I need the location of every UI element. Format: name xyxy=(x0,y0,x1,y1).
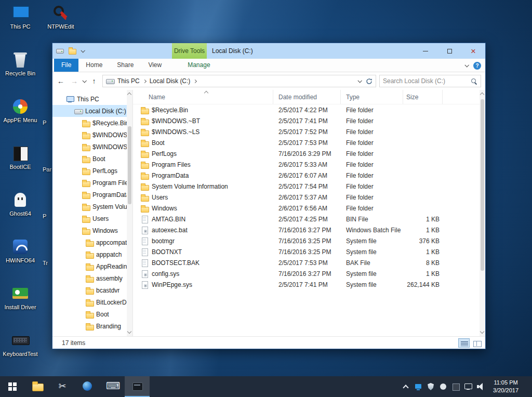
search-icon[interactable] xyxy=(470,77,477,85)
qat-chevron-down-icon[interactable] xyxy=(81,48,85,52)
address-dropdown-chevron-icon[interactable] xyxy=(357,78,362,83)
nav-scrollbar[interactable] xyxy=(127,90,132,336)
nav-tree-item[interactable]: apppatch xyxy=(52,248,132,260)
nav-tree-item[interactable]: ProgramData xyxy=(52,189,132,201)
ribbon-tab[interactable]: Home xyxy=(78,59,110,72)
nav-tree-item[interactable]: Windows xyxy=(52,224,132,236)
column-header[interactable]: Size xyxy=(403,90,443,104)
system-menu-drive-icon[interactable] xyxy=(56,49,64,54)
up-button[interactable] xyxy=(89,77,99,85)
nav-tree-item[interactable]: bcastdvr xyxy=(52,284,132,296)
titlebar[interactable]: Drive Tools Local Disk (C:) xyxy=(52,43,485,59)
nav-tree-item[interactable]: AppReadine... xyxy=(52,260,132,272)
nav-tree-item[interactable]: Local Disk (C:) xyxy=(52,105,132,117)
file-row[interactable]: autoexec.bat 7/16/2016 3:27 PM Windows B… xyxy=(133,224,485,235)
scroll-down-icon[interactable] xyxy=(127,329,131,334)
tray-icon[interactable] xyxy=(476,382,485,391)
nav-tree-item[interactable]: $WINDOWS.~... xyxy=(52,141,132,153)
desktop-icon-label-partial[interactable]: P xyxy=(43,213,46,219)
refresh-icon[interactable] xyxy=(366,78,373,85)
nav-tree-item[interactable]: Boot xyxy=(52,308,132,320)
file-row[interactable]: ProgramData 2/6/2017 6:07 AM File folder xyxy=(133,170,485,181)
nav-tree-item[interactable]: $WINDOWS.~... xyxy=(52,129,132,141)
tray-icon[interactable] xyxy=(439,382,447,391)
file-row[interactable]: Program Files 2/6/2017 5:33 AM File fold… xyxy=(133,159,485,170)
address-bar[interactable]: This PC Local Disk (C:) xyxy=(102,75,376,87)
desktop-icon-label-partial[interactable]: P xyxy=(43,120,46,126)
column-header[interactable]: Type xyxy=(341,90,403,104)
file-row[interactable]: bootmgr 7/16/2016 3:25 PM System file 37… xyxy=(133,235,485,246)
ribbon-tab[interactable]: View xyxy=(141,59,169,72)
quick-access-folder-icon[interactable] xyxy=(69,49,76,55)
drive-tools-contextual-tab[interactable]: Drive Tools xyxy=(172,43,207,59)
tray-icon[interactable] xyxy=(414,382,422,391)
taskbar-app-button[interactable] xyxy=(100,376,125,397)
help-icon[interactable] xyxy=(473,62,481,70)
nav-tree-item[interactable]: This PC xyxy=(52,93,132,105)
nav-tree-item[interactable]: $Recycle.Bin xyxy=(52,117,132,129)
file-list-scrollbar[interactable] xyxy=(480,90,485,336)
breadcrumb-item[interactable]: Local Disk (C:) xyxy=(150,77,191,85)
file-row[interactable]: Users 2/6/2017 5:37 AM File folder xyxy=(133,192,485,203)
file-row[interactable]: $Recycle.Bin 2/5/2017 4:22 PM File folde… xyxy=(133,104,485,115)
column-header[interactable]: Name xyxy=(133,90,273,104)
nav-tree-item[interactable]: System Volu... xyxy=(52,201,132,213)
maximize-button[interactable] xyxy=(437,43,461,59)
tray-icon[interactable] xyxy=(451,382,460,391)
file-row[interactable]: config.sys 7/16/2016 3:27 PM System file… xyxy=(133,268,485,279)
recent-locations-chevron-icon[interactable] xyxy=(82,78,86,83)
breadcrumb-item[interactable]: This PC xyxy=(117,77,140,85)
file-row[interactable]: Boot 2/5/2017 7:53 PM File folder xyxy=(133,137,485,148)
nav-tree-item[interactable]: Boot xyxy=(52,153,132,165)
file-row[interactable]: AMTAG.BIN 2/5/2017 4:25 PM BIN File 1 KB xyxy=(133,214,485,224)
search-box[interactable] xyxy=(379,75,481,87)
scroll-up-icon[interactable] xyxy=(480,92,484,97)
taskbar-app-button[interactable] xyxy=(25,376,50,397)
file-row[interactable]: BOOTNXT 7/16/2016 3:25 PM System file 1 … xyxy=(133,246,485,257)
scroll-down-icon[interactable] xyxy=(480,329,484,334)
taskbar-app-button[interactable] xyxy=(50,376,75,397)
details-view-button[interactable] xyxy=(458,338,470,348)
nav-tree-item[interactable]: BitLockerDi... xyxy=(52,296,132,308)
nav-tree-item[interactable]: appcompat xyxy=(52,236,132,248)
large-icons-view-button[interactable] xyxy=(471,338,482,348)
tray-icon[interactable] xyxy=(427,382,435,391)
scroll-up-icon[interactable] xyxy=(127,92,131,97)
search-input[interactable] xyxy=(383,77,470,85)
nav-tree-item[interactable]: Branding xyxy=(52,320,132,332)
ribbon-expand-chevron-icon[interactable] xyxy=(464,63,469,67)
breadcrumb-chevron-icon[interactable] xyxy=(143,79,147,83)
forward-button[interactable] xyxy=(69,77,79,85)
scrollbar-thumb[interactable] xyxy=(128,126,131,204)
file-row[interactable]: System Volume Information 2/5/2017 7:54 … xyxy=(133,181,485,192)
file-row[interactable]: $WINDOWS.~LS 2/5/2017 7:52 PM File folde… xyxy=(133,126,485,137)
start-button[interactable] xyxy=(0,376,25,397)
nav-tree-item[interactable]: Program Files xyxy=(52,177,132,189)
file-row[interactable]: BOOTSECT.BAK 2/5/2017 7:53 PM BAK File 8… xyxy=(133,257,485,268)
file-row[interactable]: $WINDOWS.~BT 2/5/2017 7:41 PM File folde… xyxy=(133,115,485,126)
desktop-icon[interactable]: NTPWEdit xyxy=(41,4,81,30)
taskbar-app-button[interactable] xyxy=(125,376,150,397)
ribbon-tab[interactable]: File xyxy=(54,59,78,72)
scrollbar-thumb[interactable] xyxy=(481,99,484,271)
close-button[interactable] xyxy=(461,43,485,59)
back-button[interactable] xyxy=(56,77,66,85)
file-row[interactable]: WinPEpge.sys 2/5/2017 7:41 PM System fil… xyxy=(133,279,485,290)
ribbon-tab[interactable]: Share xyxy=(110,59,141,72)
breadcrumb-chevron-icon[interactable] xyxy=(193,79,197,83)
file-row[interactable]: PerfLogs 7/16/2016 3:29 PM File folder xyxy=(133,148,485,159)
desktop-icon-label-partial[interactable]: Par xyxy=(43,166,51,173)
desktop-icon-label-partial[interactable]: Tr xyxy=(43,260,48,266)
file-row[interactable]: Windows 2/6/2017 6:56 AM File folder xyxy=(133,203,485,214)
taskbar-app-button[interactable] xyxy=(75,376,100,397)
column-header[interactable]: Date modified xyxy=(273,90,341,104)
nav-tree-item[interactable]: assembly xyxy=(52,272,132,284)
ribbon-tab[interactable]: Manage xyxy=(180,59,217,72)
nav-tree-item[interactable]: Users xyxy=(52,213,132,224)
tray-icon[interactable] xyxy=(402,382,410,391)
nav-tree-item[interactable]: PerfLogs xyxy=(52,165,132,177)
taskbar-clock[interactable]: 11:05 PM 3/20/2017 xyxy=(489,379,523,395)
tray-icon[interactable] xyxy=(464,382,472,391)
minimize-button[interactable] xyxy=(414,43,437,59)
desktop-icon[interactable]: This PC xyxy=(0,4,41,30)
